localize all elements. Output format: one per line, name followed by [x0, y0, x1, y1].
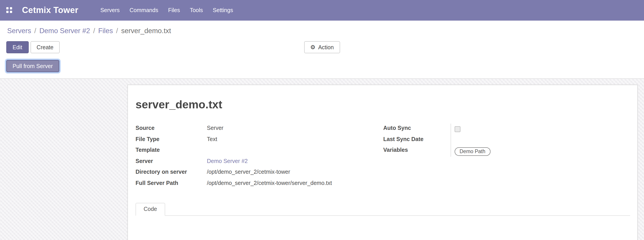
pull-from-server-button[interactable]: Pull from Server [6, 60, 59, 72]
field-label: Source [136, 123, 207, 134]
brand-title[interactable]: Cetmix Tower [22, 5, 78, 15]
field-group-right: Auto Sync Last Sync Date Variables Demo … [383, 123, 630, 189]
field-label: File Type [136, 134, 207, 145]
field-value [450, 123, 630, 134]
menu-item-files[interactable]: Files [163, 0, 185, 21]
field-row-directory: Directory on server /opt/demo_server_2/c… [136, 167, 383, 178]
breadcrumb-link-servers[interactable]: Servers [7, 27, 31, 34]
field-value: /opt/demo_server_2/cetmix-tower [207, 167, 383, 178]
notebook-tabs: Code [136, 203, 630, 216]
gear-icon: ⚙ [310, 44, 316, 50]
top-navbar: Cetmix Tower Servers Commands Files Tool… [0, 0, 644, 21]
control-panel: Servers/Demo Server #2/Files/server_demo… [0, 21, 644, 79]
field-group-left: Source Server File Type Text Template Se… [136, 123, 383, 189]
form-view-background: server_demo.txt Source Server File Type … [0, 79, 644, 240]
menu-item-commands[interactable]: Commands [124, 0, 163, 21]
field-label: Server [136, 156, 207, 167]
tab-code[interactable]: Code [136, 203, 165, 216]
field-value: Demo Path [450, 145, 630, 156]
field-row-template: Template [136, 145, 383, 156]
field-row-file-type: File Type Text [136, 134, 383, 145]
form-sheet: server_demo.txt Source Server File Type … [128, 85, 638, 240]
server-link[interactable]: Demo Server #2 [207, 156, 383, 167]
field-label: Directory on server [136, 167, 207, 178]
breadcrumb-separator: / [93, 27, 95, 34]
auto-sync-checkbox[interactable] [454, 126, 460, 132]
variable-tag: Demo Path [454, 147, 490, 156]
apps-grid-icon[interactable] [6, 7, 13, 14]
breadcrumb-separator: / [34, 27, 36, 34]
field-row-auto-sync: Auto Sync [383, 123, 630, 134]
field-label: Last Sync Date [383, 134, 450, 145]
action-button[interactable]: ⚙ Action [304, 41, 340, 53]
field-value [450, 134, 630, 145]
menu-item-settings[interactable]: Settings [208, 0, 238, 21]
app-window: Cetmix Tower Servers Commands Files Tool… [0, 0, 644, 240]
breadcrumb-link-demo-server[interactable]: Demo Server #2 [39, 27, 90, 34]
field-value: Server [207, 123, 383, 134]
field-row-source: Source Server [136, 123, 383, 134]
main-menu: Servers Commands Files Tools Settings [95, 0, 238, 21]
field-label: Variables [383, 145, 450, 156]
field-label: Template [136, 145, 207, 156]
field-label: Full Server Path [136, 178, 207, 189]
field-groups: Source Server File Type Text Template Se… [136, 123, 630, 189]
field-value [207, 145, 383, 156]
breadcrumb-current: server_demo.txt [121, 27, 171, 34]
create-button[interactable]: Create [30, 41, 60, 53]
button-row: Edit Create ⚙ Action [6, 41, 638, 53]
field-value: Text [207, 134, 383, 145]
field-label: Auto Sync [383, 123, 450, 134]
field-value: /opt/demo_server_2/cetmix-tower/server_d… [207, 178, 383, 189]
breadcrumb: Servers/Demo Server #2/Files/server_demo… [7, 26, 638, 36]
record-title: server_demo.txt [136, 97, 630, 112]
workflow-button-row: Pull from Server [6, 60, 638, 72]
breadcrumb-separator: / [116, 27, 118, 34]
field-row-last-sync-date: Last Sync Date [383, 134, 630, 145]
field-row-server: Server Demo Server #2 [136, 156, 383, 167]
field-row-full-path: Full Server Path /opt/demo_server_2/cetm… [136, 178, 383, 189]
menu-item-servers[interactable]: Servers [95, 0, 124, 21]
action-button-label: Action [318, 44, 334, 50]
breadcrumb-link-files[interactable]: Files [98, 27, 113, 34]
edit-button[interactable]: Edit [6, 41, 28, 53]
menu-item-tools[interactable]: Tools [185, 0, 208, 21]
field-row-variables: Variables Demo Path [383, 145, 630, 156]
